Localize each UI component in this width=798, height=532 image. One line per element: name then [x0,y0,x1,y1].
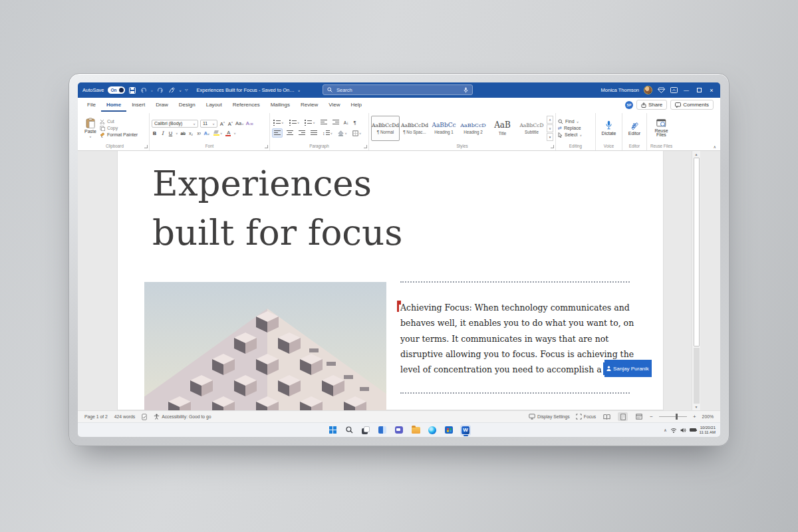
page-indicator[interactable]: Page 1 of 2 [84,414,108,419]
user-avatar[interactable] [644,86,652,94]
sort-button[interactable]: A↓ [343,120,349,125]
tab-help[interactable]: Help [345,98,366,112]
gem-premium-icon[interactable] [657,86,665,94]
collaborator-avatar[interactable]: SP [625,101,633,109]
zoom-slider[interactable] [659,416,687,418]
clipboard-dialog-launcher[interactable] [144,145,148,148]
close-icon[interactable]: × [708,86,716,94]
chevron-down-icon[interactable]: ∨ [233,132,236,135]
styles-more-icon[interactable]: ▾ [547,133,553,141]
collapse-ribbon-icon[interactable]: ∧ [714,144,716,149]
microsoft-store-button[interactable] [444,425,454,436]
zoom-level[interactable]: 200% [702,414,714,419]
proofing-icon[interactable] [142,414,147,420]
style-no-spacing[interactable]: AaBbCcDd ¶ No Spac... [400,116,429,141]
volume-icon[interactable] [680,428,686,433]
align-right-button[interactable] [297,129,307,137]
zoom-out-icon[interactable]: − [650,414,653,420]
accessibility-status[interactable]: Accessibility: Good to go [154,414,211,420]
tray-chevron-icon[interactable]: ∧ [664,428,666,432]
font-family-select[interactable]: Calibri (Body) ∨ [152,120,198,128]
pilcrow-button[interactable]: ¶ [352,120,358,126]
body-line[interactable]: your terms. It communicates in ways that… [400,331,631,346]
chevron-down-icon[interactable]: ∨ [176,132,178,135]
strikethrough-button[interactable]: ab [180,131,186,136]
chevron-down-icon[interactable]: ∨ [179,88,182,92]
body-paragraph[interactable]: Achieving Focus: When technology communi… [400,300,631,377]
tab-file[interactable]: File [82,98,101,112]
styles-dialog-launcher[interactable] [551,145,554,148]
widgets-button[interactable] [377,425,388,436]
underline-button[interactable]: U [168,130,174,136]
font-color-button[interactable]: A [225,130,231,137]
style-title[interactable]: AaB Title [488,116,517,141]
customize-quick-access-icon[interactable]: ▽ [185,88,188,92]
document-page[interactable]: Experiences built for focus [117,151,664,410]
paste-button[interactable]: Paste ∨ [82,117,98,139]
italic-button[interactable]: I [160,130,166,136]
body-line[interactable]: level of concentration you need to accom… [400,362,631,377]
undo-icon[interactable] [140,86,148,94]
highlight-button[interactable]: ∨ [212,130,224,136]
paragraph-dialog-launcher[interactable] [364,145,367,148]
subscript-button[interactable]: x₂ [188,131,194,136]
autosave-toggle[interactable]: On [108,86,125,94]
style-subtitle[interactable]: AaBbCcD Subtitle [517,116,546,141]
tab-home[interactable]: Home [101,98,126,112]
collaborator-flag[interactable]: Sanjay Puranik [604,360,652,377]
cut-button[interactable]: Cut [100,119,138,124]
restore-icon[interactable] [695,86,703,94]
shading-button[interactable]: ∨ [336,130,348,137]
user-name[interactable]: Monica Thomson [601,87,639,93]
search-input[interactable]: Search [323,84,473,95]
style-heading-2[interactable]: AaBbCcD Heading 2 [459,116,487,141]
borders-button[interactable]: ∨ [351,130,363,137]
tab-draw[interactable]: Draw [150,98,174,112]
body-line[interactable]: behaves well, it enables you to do what … [400,315,631,331]
tab-mailings[interactable]: Mailings [265,98,295,112]
style-heading-1[interactable]: AaBbCc Heading 1 [430,116,458,141]
align-left-button[interactable] [272,128,283,138]
word-count[interactable]: 424 words [114,414,135,419]
taskbar-clock[interactable]: 10/20/21 11:11 AM [700,426,716,435]
tab-references[interactable]: References [227,98,265,112]
zoom-in-icon[interactable]: + [693,414,696,420]
edge-button[interactable] [427,425,438,436]
share-button[interactable]: Share [636,100,667,110]
word-taskbar-button[interactable]: W [460,425,471,436]
multilevel-list-button[interactable]: ∨ [303,118,317,126]
document-title[interactable]: Experiences Built for Focus - Saved to O… [197,87,295,93]
text-effects-button[interactable]: A∨ [204,130,210,136]
shrink-font-button[interactable]: A˅ [227,120,233,127]
focus-button[interactable]: Focus [576,414,597,420]
format-painter-button[interactable]: Format Painter [100,132,138,138]
line-spacing-button[interactable]: ↕∨ [321,129,334,137]
font-size-select[interactable]: 11 ∨ [200,120,217,128]
scroll-up-icon[interactable]: ▲ [695,152,698,156]
comments-button[interactable]: Comments [670,100,714,110]
style-normal[interactable]: AaBbCcDd ¶ Normal [371,116,400,141]
redo-icon[interactable] [156,86,164,94]
scrollbar-track[interactable] [694,348,700,404]
web-layout-button[interactable] [634,412,644,421]
copy-button[interactable]: Copy [100,126,138,131]
document-heading[interactable]: Experiences built for focus [118,151,663,257]
tab-design[interactable]: Design [174,98,201,112]
tab-review[interactable]: Review [295,98,323,112]
taskbar-search-button[interactable] [344,425,354,436]
superscript-button[interactable]: x² [196,131,202,136]
grow-font-button[interactable]: A˄ [219,120,225,127]
numbering-button[interactable]: ∨ [288,118,301,126]
reuse-files-button[interactable]: Reuse Files [652,118,670,138]
styles-scroll-up-icon[interactable]: ∧ [547,116,553,124]
change-case-button[interactable]: Aa∨ [235,120,244,126]
read-mode-button[interactable] [602,412,612,421]
microphone-icon[interactable] [464,87,468,93]
chevron-down-icon[interactable]: ∨ [298,88,301,92]
start-button[interactable] [327,425,338,436]
replace-button[interactable]: ⇄ Replace [558,126,582,131]
clear-formatting-button[interactable]: A⌫ [246,120,253,126]
font-dialog-launcher[interactable] [265,145,268,148]
display-settings-button[interactable]: Display Settings [529,414,570,420]
scrollbar-thumb[interactable] [694,158,700,346]
